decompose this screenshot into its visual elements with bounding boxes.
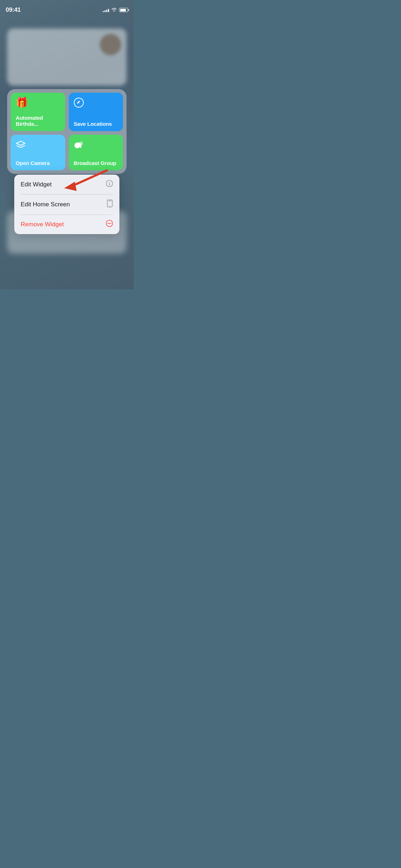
layers-icon bbox=[16, 140, 60, 151]
compass-icon bbox=[74, 98, 118, 109]
bg-avatar bbox=[100, 34, 121, 55]
widget-label-open-camera: Open Camera bbox=[16, 160, 60, 166]
remove-widget-label: Remove Widget bbox=[21, 221, 64, 228]
phone-icon bbox=[107, 200, 113, 209]
status-icons bbox=[103, 7, 128, 13]
svg-point-7 bbox=[109, 206, 110, 207]
remove-icon bbox=[106, 220, 113, 229]
edit-widget-label: Edit Widget bbox=[21, 181, 52, 188]
svg-text:i: i bbox=[109, 181, 110, 186]
widget-label-save-locations: Save Locations bbox=[74, 121, 118, 127]
info-icon: i bbox=[106, 180, 113, 189]
wifi-icon bbox=[111, 7, 117, 13]
svg-rect-6 bbox=[108, 201, 111, 201]
widget-cell-open-camera[interactable]: Open Camera bbox=[11, 135, 65, 170]
widget-label-automated-birthday: Automated Birthda... bbox=[16, 115, 60, 127]
menu-item-remove-widget[interactable]: Remove Widget bbox=[14, 215, 119, 234]
status-time: 09:41 bbox=[6, 6, 21, 14]
widget-grid: 🎁 Automated Birthda... Save Locations Op bbox=[11, 93, 123, 170]
widget-cell-broadcast-group[interactable]: Broadcast Group bbox=[69, 135, 123, 170]
status-bar: 09:41 bbox=[0, 0, 134, 16]
chat-icon bbox=[74, 140, 118, 151]
context-menu: Edit Widget i Edit Home Screen Remove Wi… bbox=[14, 175, 119, 234]
widget-cell-save-locations[interactable]: Save Locations bbox=[69, 93, 123, 131]
edit-home-screen-label: Edit Home Screen bbox=[21, 201, 70, 208]
menu-item-edit-home-screen[interactable]: Edit Home Screen bbox=[14, 194, 119, 215]
widget-cell-automated-birthday[interactable]: 🎁 Automated Birthda... bbox=[11, 93, 65, 131]
menu-item-edit-widget[interactable]: Edit Widget i bbox=[14, 175, 119, 194]
widget: 🎁 Automated Birthda... Save Locations Op bbox=[7, 89, 127, 174]
widget-label-broadcast-group: Broadcast Group bbox=[74, 160, 118, 166]
gift-icon: 🎁 bbox=[16, 98, 60, 108]
battery-icon bbox=[119, 8, 128, 12]
signal-icon bbox=[103, 8, 109, 12]
